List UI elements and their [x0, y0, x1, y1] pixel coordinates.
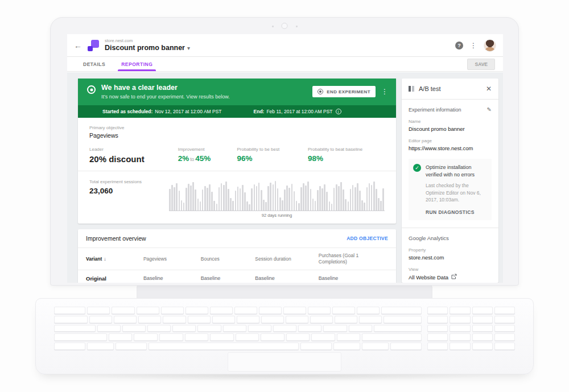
keyboard-key	[97, 325, 121, 332]
keyboard-key	[236, 333, 259, 341]
external-link-icon[interactable]	[451, 274, 457, 280]
prob-best-value: 96%	[237, 154, 252, 163]
session-bar	[317, 190, 319, 211]
site-url: store.nest.com	[105, 39, 190, 44]
laptop-mockup: ← store.nest.com Discount promo banner▾ …	[0, 0, 569, 392]
laptop-base	[35, 298, 534, 374]
column-session-duration[interactable]: Session duration	[255, 256, 319, 262]
session-bar	[216, 204, 218, 211]
end-experiment-button[interactable]: END EXPERIMENT	[312, 86, 376, 97]
keyboard-numpad	[427, 307, 515, 350]
trackpad	[228, 352, 341, 372]
prob-beat-value: 98%	[308, 154, 323, 163]
page-title: Discount promo banner	[105, 44, 185, 52]
sort-descending-icon: ↓	[104, 256, 106, 262]
keyboard-key	[172, 325, 196, 332]
keyboard-key	[494, 316, 515, 323]
keyboard-key	[147, 325, 171, 332]
keyboard-key	[197, 325, 221, 332]
tab-details[interactable]: DETAILS	[75, 57, 113, 71]
column-bounces[interactable]: Bounces	[201, 256, 255, 262]
session-bar	[361, 200, 363, 211]
keyboard-key	[390, 343, 422, 350]
table-row[interactable]: Original 4,613 sessions Baseline Baselin…	[78, 270, 396, 283]
session-bar	[305, 185, 307, 211]
run-diagnostics-button[interactable]: RUN DIAGNOSTICS	[426, 209, 487, 215]
edit-pencil-icon[interactable]: ✎	[487, 106, 492, 113]
banner-overflow-icon[interactable]: ⋮	[381, 88, 388, 96]
keyboard-key	[114, 316, 137, 323]
cell-pageviews: Baseline	[143, 275, 201, 281]
keyboard-key	[427, 343, 448, 350]
session-bar	[340, 182, 342, 211]
session-bar	[267, 186, 269, 211]
column-purchases[interactable]: Purchases (Goal 1 Completions)	[319, 253, 388, 265]
keyboard-key	[237, 316, 259, 323]
banner-title: We have a clear leader	[101, 84, 230, 92]
keyboard-key	[223, 325, 246, 332]
session-bar	[345, 199, 347, 211]
session-bar	[284, 189, 286, 211]
app-bar: ← store.nest.com Discount promo banner▾ …	[67, 34, 503, 57]
keyboard-key	[472, 316, 493, 323]
keyboard-key	[286, 316, 308, 323]
keyboard-key	[210, 307, 233, 314]
overflow-menu-icon[interactable]: ⋮	[470, 42, 477, 49]
keyboard-key	[212, 316, 235, 323]
session-bar	[279, 197, 281, 211]
divider	[402, 228, 498, 228]
session-bar	[350, 189, 352, 211]
keyboard-key	[450, 325, 470, 332]
chevron-down-icon[interactable]: ▾	[187, 45, 190, 51]
keyboard-key	[494, 307, 515, 314]
keyboard-key	[112, 307, 134, 314]
session-bar	[213, 201, 215, 211]
session-bar	[192, 182, 194, 211]
objective-label: Primary objective	[89, 125, 385, 130]
keyboard-key	[286, 333, 310, 341]
avatar[interactable]	[484, 39, 496, 52]
results-card: We have a clear leader It's now safe to …	[78, 79, 396, 224]
keyboard-key	[248, 325, 271, 332]
save-button[interactable]: SAVE	[467, 59, 495, 70]
keyboard-key	[472, 333, 493, 341]
experiment-title-block[interactable]: store.nest.com Discount promo banner▾	[105, 39, 190, 52]
keyboard-key	[89, 316, 112, 323]
session-bar	[354, 187, 356, 211]
keyboard-key	[359, 316, 382, 323]
info-icon[interactable]: i	[336, 109, 341, 114]
keyboard-key	[333, 343, 360, 350]
table-title: Improvement overview	[86, 235, 146, 242]
session-bar	[223, 185, 225, 211]
keyboard-key	[374, 325, 422, 332]
keyboard-key	[427, 307, 448, 314]
session-bar	[303, 183, 304, 211]
keyboard-key	[300, 343, 332, 350]
session-bar	[333, 188, 335, 211]
keyboard-key	[261, 333, 284, 341]
session-bar	[336, 184, 337, 211]
prob-best-label: Probability to be best	[237, 147, 308, 152]
column-variant[interactable]: Variant↓	[86, 256, 143, 262]
screen-display: ← store.nest.com Discount promo banner▾ …	[67, 34, 503, 283]
laptop-screen: ← store.nest.com Discount promo banner▾ …	[50, 17, 519, 286]
improvement-table-card: Improvement overview ADD OBJECTIVE Varia…	[78, 229, 396, 283]
laptop-keyboard	[54, 307, 515, 350]
keyboard-key	[185, 333, 209, 341]
session-bar	[202, 189, 204, 211]
help-icon[interactable]: ?	[455, 42, 463, 49]
session-bar	[237, 187, 239, 211]
session-bar	[169, 189, 171, 211]
add-objective-button[interactable]: ADD OBJECTIVE	[347, 236, 388, 241]
column-pageviews[interactable]: Pageviews	[143, 256, 201, 262]
back-icon[interactable]: ←	[74, 41, 88, 50]
close-icon[interactable]: ✕	[486, 85, 492, 93]
main-column: We have a clear leader It's now safe to …	[78, 79, 396, 283]
session-bar	[251, 188, 253, 211]
tab-reporting[interactable]: REPORTING	[113, 57, 160, 71]
session-bar	[249, 204, 250, 211]
keyboard-key	[323, 325, 347, 332]
keyboard-key	[427, 333, 448, 341]
experiment-info-label: Experiment information	[409, 107, 461, 113]
keyboard-key	[494, 343, 515, 350]
